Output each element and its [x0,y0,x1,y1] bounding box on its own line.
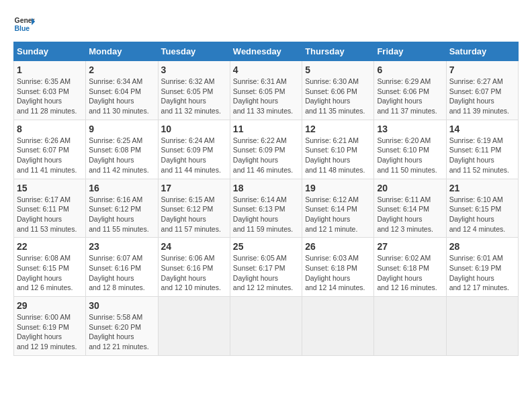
day-number: 12 [305,124,371,134]
days-header-row: SundayMondayTuesdayWednesdayThursdayFrid… [14,42,519,61]
week-row-3: 15 Sunrise: 6:17 AM Sunset: 6:11 PM Dayl… [14,179,519,238]
calendar-cell: 21 Sunrise: 6:10 AM Sunset: 6:15 PM Dayl… [446,179,518,238]
week-row-4: 22 Sunrise: 6:08 AM Sunset: 6:15 PM Dayl… [14,238,519,297]
week-row-5: 29 Sunrise: 6:00 AM Sunset: 6:19 PM Dayl… [14,297,519,356]
day-info: Sunrise: 6:35 AM Sunset: 6:03 PM Dayligh… [17,77,83,116]
day-number: 4 [233,64,299,75]
calendar-cell: 23 Sunrise: 6:07 AM Sunset: 6:16 PM Dayl… [86,238,158,297]
logo-icon: General Blue [13,13,35,35]
calendar-cell: 2 Sunrise: 6:34 AM Sunset: 6:04 PM Dayli… [86,61,158,120]
calendar-table: SundayMondayTuesdayWednesdayThursdayFrid… [13,42,519,356]
calendar-cell: 17 Sunrise: 6:15 AM Sunset: 6:12 PM Dayl… [158,179,230,238]
day-number: 19 [305,183,371,193]
day-number: 16 [89,183,154,193]
day-info: Sunrise: 5:58 AM Sunset: 6:20 PM Dayligh… [89,312,154,352]
calendar-cell: 22 Sunrise: 6:08 AM Sunset: 6:15 PM Dayl… [14,238,86,297]
day-number: 26 [305,241,371,252]
day-info: Sunrise: 6:06 AM Sunset: 6:16 PM Dayligh… [161,253,227,293]
day-number: 8 [17,124,83,134]
calendar-cell: 8 Sunrise: 6:26 AM Sunset: 6:07 PM Dayli… [14,120,86,179]
calendar-cell [230,297,302,356]
calendar-cell: 4 Sunrise: 6:31 AM Sunset: 6:05 PM Dayli… [230,61,302,120]
header-thursday: Thursday [302,42,374,61]
calendar-cell: 20 Sunrise: 6:11 AM Sunset: 6:14 PM Dayl… [374,179,446,238]
day-number: 1 [17,64,83,75]
day-info: Sunrise: 6:25 AM Sunset: 6:08 PM Dayligh… [89,136,154,175]
calendar-cell [302,297,374,356]
day-info: Sunrise: 6:22 AM Sunset: 6:09 PM Dayligh… [233,136,299,175]
day-info: Sunrise: 6:01 AM Sunset: 6:19 PM Dayligh… [449,253,515,293]
day-info: Sunrise: 6:15 AM Sunset: 6:12 PM Dayligh… [161,195,227,234]
calendar-cell: 3 Sunrise: 6:32 AM Sunset: 6:05 PM Dayli… [158,61,230,120]
day-info: Sunrise: 6:10 AM Sunset: 6:15 PM Dayligh… [449,195,515,234]
calendar-cell: 27 Sunrise: 6:02 AM Sunset: 6:18 PM Dayl… [374,238,446,297]
day-info: Sunrise: 6:16 AM Sunset: 6:12 PM Dayligh… [89,195,154,234]
day-number: 9 [89,124,154,134]
page-header: General Blue [13,13,519,35]
day-info: Sunrise: 6:05 AM Sunset: 6:17 PM Dayligh… [233,253,299,293]
calendar-cell: 6 Sunrise: 6:29 AM Sunset: 6:06 PM Dayli… [374,61,446,120]
day-info: Sunrise: 6:31 AM Sunset: 6:05 PM Dayligh… [233,77,299,116]
calendar-cell [446,297,518,356]
day-number: 24 [161,241,227,252]
day-number: 6 [377,64,443,75]
header-wednesday: Wednesday [230,42,302,61]
day-info: Sunrise: 6:03 AM Sunset: 6:18 PM Dayligh… [305,253,371,293]
day-number: 21 [449,183,515,193]
logo: General Blue [13,13,35,35]
day-info: Sunrise: 6:00 AM Sunset: 6:19 PM Dayligh… [17,312,83,352]
day-number: 17 [161,183,227,193]
day-info: Sunrise: 6:26 AM Sunset: 6:07 PM Dayligh… [17,136,83,175]
day-number: 20 [377,183,443,193]
calendar-cell [158,297,230,356]
day-number: 3 [161,64,227,75]
day-info: Sunrise: 6:29 AM Sunset: 6:06 PM Dayligh… [377,77,443,116]
day-info: Sunrise: 6:17 AM Sunset: 6:11 PM Dayligh… [17,195,83,234]
calendar-cell: 1 Sunrise: 6:35 AM Sunset: 6:03 PM Dayli… [14,61,86,120]
day-number: 5 [305,64,371,75]
day-info: Sunrise: 6:08 AM Sunset: 6:15 PM Dayligh… [17,253,83,293]
day-info: Sunrise: 6:30 AM Sunset: 6:06 PM Dayligh… [305,77,371,116]
day-number: 18 [233,183,299,193]
day-info: Sunrise: 6:34 AM Sunset: 6:04 PM Dayligh… [89,77,154,116]
day-number: 22 [17,241,83,252]
calendar-cell: 15 Sunrise: 6:17 AM Sunset: 6:11 PM Dayl… [14,179,86,238]
day-info: Sunrise: 6:32 AM Sunset: 6:05 PM Dayligh… [161,77,227,116]
day-number: 30 [89,300,154,311]
header-monday: Monday [86,42,158,61]
calendar-cell: 26 Sunrise: 6:03 AM Sunset: 6:18 PM Dayl… [302,238,374,297]
day-info: Sunrise: 6:19 AM Sunset: 6:11 PM Dayligh… [449,136,515,175]
day-info: Sunrise: 6:07 AM Sunset: 6:16 PM Dayligh… [89,253,154,293]
calendar-cell: 7 Sunrise: 6:27 AM Sunset: 6:07 PM Dayli… [446,61,518,120]
day-info: Sunrise: 6:27 AM Sunset: 6:07 PM Dayligh… [449,77,515,116]
day-number: 10 [161,124,227,134]
day-info: Sunrise: 6:14 AM Sunset: 6:13 PM Dayligh… [233,195,299,234]
day-number: 15 [17,183,83,193]
week-row-1: 1 Sunrise: 6:35 AM Sunset: 6:03 PM Dayli… [14,61,519,120]
calendar-cell [374,297,446,356]
calendar-cell: 30 Sunrise: 5:58 AM Sunset: 6:20 PM Dayl… [86,297,158,356]
day-number: 7 [449,64,515,75]
calendar-cell: 28 Sunrise: 6:01 AM Sunset: 6:19 PM Dayl… [446,238,518,297]
calendar-cell: 5 Sunrise: 6:30 AM Sunset: 6:06 PM Dayli… [302,61,374,120]
calendar-cell: 14 Sunrise: 6:19 AM Sunset: 6:11 PM Dayl… [446,120,518,179]
day-number: 11 [233,124,299,134]
day-number: 13 [377,124,443,134]
day-info: Sunrise: 6:11 AM Sunset: 6:14 PM Dayligh… [377,195,443,234]
calendar-cell: 13 Sunrise: 6:20 AM Sunset: 6:10 PM Dayl… [374,120,446,179]
day-info: Sunrise: 6:20 AM Sunset: 6:10 PM Dayligh… [377,136,443,175]
day-number: 2 [89,64,154,75]
day-number: 28 [449,241,515,252]
day-number: 25 [233,241,299,252]
calendar-cell: 18 Sunrise: 6:14 AM Sunset: 6:13 PM Dayl… [230,179,302,238]
day-number: 29 [17,300,83,311]
calendar-cell: 11 Sunrise: 6:22 AM Sunset: 6:09 PM Dayl… [230,120,302,179]
calendar-cell: 29 Sunrise: 6:00 AM Sunset: 6:19 PM Dayl… [14,297,86,356]
day-number: 27 [377,241,443,252]
calendar-cell: 12 Sunrise: 6:21 AM Sunset: 6:10 PM Dayl… [302,120,374,179]
day-info: Sunrise: 6:12 AM Sunset: 6:14 PM Dayligh… [305,195,371,234]
svg-text:Blue: Blue [15,25,30,32]
calendar-cell: 24 Sunrise: 6:06 AM Sunset: 6:16 PM Dayl… [158,238,230,297]
calendar-cell: 25 Sunrise: 6:05 AM Sunset: 6:17 PM Dayl… [230,238,302,297]
calendar-cell: 10 Sunrise: 6:24 AM Sunset: 6:09 PM Dayl… [158,120,230,179]
